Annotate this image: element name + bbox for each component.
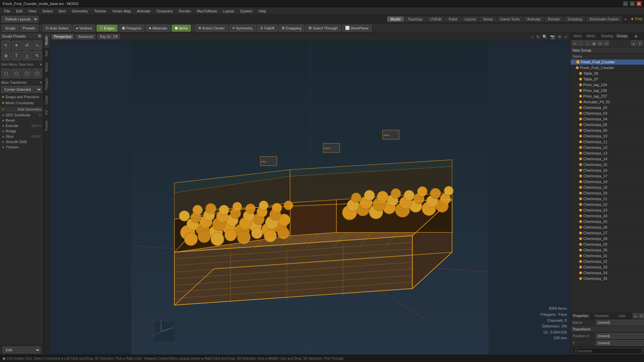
tab-render[interactable]: Render: [545, 16, 564, 22]
tool-pen[interactable]: ✎: [33, 51, 42, 60]
polygons-button[interactable]: ▣ Polygons: [119, 25, 144, 32]
menu-texture[interactable]: Texture: [92, 8, 109, 14]
menu-maxtomodo[interactable]: MaxToModo: [194, 8, 220, 14]
tab-layout[interactable]: Layout: [461, 16, 479, 22]
side-tab-curve[interactable]: Curve: [44, 93, 50, 107]
menu-animate[interactable]: Animate: [134, 8, 153, 14]
item-menu-dropdown[interactable]: ▾: [40, 62, 42, 67]
side-tab-uv[interactable]: UV: [44, 107, 50, 118]
tool-transform[interactable]: T: [12, 51, 21, 60]
tree-item[interactable]: Cherimoya_31: [571, 253, 644, 259]
props-tab-lists[interactable]: Lists: [612, 313, 633, 319]
menu-item[interactable]: Item: [56, 8, 68, 14]
tree-item[interactable]: Cherimoya_13: [571, 150, 644, 156]
tool-move[interactable]: ✦: [12, 41, 21, 50]
tree-item[interactable]: Cherimoya_32: [571, 259, 644, 264]
auto-select-button[interactable]: ⊡ Auto Select: [43, 25, 71, 32]
settings-icon[interactable]: ⚙: [38, 34, 41, 38]
tab-model[interactable]: Model: [387, 16, 404, 22]
mesh-constraints-item[interactable]: Mesh Constraints: [0, 100, 43, 106]
tool-b4[interactable]: ⬡: [33, 69, 42, 78]
rp-icon-1[interactable]: ●: [572, 41, 577, 46]
transforms-expand-icon[interactable]: ▾: [40, 80, 42, 85]
tool-snap[interactable]: ⊕: [1, 51, 11, 60]
side-tab-fusion[interactable]: Fusion: [44, 118, 50, 133]
tree-item[interactable]: Table_07: [571, 76, 644, 82]
center-selected-dropdown[interactable]: Center Selected: [1, 86, 42, 93]
tree-item[interactable]: Cherimoya_22: [571, 202, 644, 207]
falloff-button[interactable]: ◎ Falloff: [257, 25, 277, 32]
tree-item[interactable]: Cherimoya_21: [571, 196, 644, 202]
symmetry-button[interactable]: ⇔ Symmetry: [229, 25, 256, 32]
tree-item[interactable]: Cherimoya_28: [571, 236, 644, 242]
side-tab-polygon[interactable]: Polygon: [44, 75, 50, 93]
rp-icon-r2[interactable]: ▼: [637, 41, 643, 46]
tree-item[interactable]: Cherimoya_27: [571, 230, 644, 236]
side-tab-model[interactable]: Model: [44, 33, 50, 48]
thicken-item[interactable]: ● Thicken: [0, 144, 43, 150]
extrude-item[interactable]: ● Extrude Shift-X: [0, 123, 43, 128]
props-icon-2[interactable]: ⊞: [639, 313, 644, 318]
materials-button[interactable]: ◈ Materials: [146, 25, 170, 32]
props-icon-1[interactable]: ▲: [633, 313, 638, 318]
tree-item[interactable]: Fresh_Fruit_Counter: [571, 65, 644, 71]
tool-b3[interactable]: ⬡: [22, 69, 32, 78]
tree-item[interactable]: Cherimoya_02: [571, 105, 644, 111]
tree-item[interactable]: Cherimoya_25: [571, 219, 644, 225]
tab-setup[interactable]: Setup: [480, 16, 496, 22]
tree-item[interactable]: Cherimoya_29: [571, 242, 644, 247]
right-tab-groups[interactable]: Groups: [615, 33, 629, 39]
viewport[interactable]: Perspective Advanced Ray GL: Off ⌂ ↻ 🔍 📷…: [50, 33, 570, 355]
tool-scale[interactable]: ⤡: [33, 41, 42, 50]
select-through-button[interactable]: ⊠ Select Through: [306, 25, 340, 32]
menu-file[interactable]: File: [1, 8, 13, 14]
tree-item[interactable]: Table_06: [571, 71, 644, 76]
add-geometry-header[interactable]: + Add Geometry: [0, 106, 43, 112]
tree-item[interactable]: ▶ Fresh_Fruit_Counter: [571, 59, 644, 65]
tree-item[interactable]: Price_tag_236: [571, 88, 644, 94]
tree-item[interactable]: Cherimoya_35: [571, 276, 644, 282]
maximize-button[interactable]: □: [630, 1, 635, 6]
tree-item[interactable]: Price_tag_237: [571, 94, 644, 99]
tool-b1[interactable]: ⬡: [1, 69, 11, 78]
tree-item[interactable]: Avocado_Pit_01: [571, 99, 644, 105]
side-tab-tool[interactable]: Tool: [44, 48, 50, 59]
tool-b2[interactable]: ⬡: [12, 69, 21, 78]
tool-select[interactable]: ↖: [1, 41, 11, 50]
rp-icon-2[interactable]: ○: [578, 41, 584, 46]
viewport-zoom-icon[interactable]: 🔍: [542, 34, 548, 40]
tree-item[interactable]: Cherimoya_03: [571, 111, 644, 116]
perspective-button[interactable]: Perspective: [52, 34, 74, 39]
items-button[interactable]: ◼ Items: [172, 25, 191, 32]
close-button[interactable]: ✕: [637, 1, 641, 6]
tab-animate[interactable]: Animate: [524, 16, 544, 22]
tree-item[interactable]: Cherimoya_19: [571, 185, 644, 190]
presets-button[interactable]: Presets: [20, 25, 38, 32]
menu-help[interactable]: Help: [256, 8, 269, 14]
workplane-button[interactable]: ⬜ WorkPlane: [342, 25, 372, 32]
tab-game-tools[interactable]: Game Tools: [497, 16, 523, 22]
tree-item[interactable]: Cherimoya_11: [571, 139, 644, 145]
sculpt-button[interactable]: Sculpt: [2, 25, 18, 32]
viewport-expand-icon[interactable]: ⤢: [564, 34, 568, 40]
only-toggle[interactable]: ★ Only: [631, 17, 643, 21]
tab-schematic[interactable]: Schematic Fusion: [586, 16, 622, 22]
menu-dynamics[interactable]: Dynamics: [154, 8, 175, 14]
tree-item[interactable]: Cherimoya_14: [571, 156, 644, 162]
right-tab-items[interactable]: Items: [571, 33, 585, 39]
right-tab-shading[interactable]: Shading: [600, 33, 615, 39]
tool-push[interactable]: △: [22, 51, 32, 60]
rp-icon-r1[interactable]: ▲: [631, 41, 636, 46]
layout-selector[interactable]: Default Layouts: [1, 16, 39, 22]
side-tab-vertex[interactable]: Vertex: [44, 60, 50, 75]
menu-geometry[interactable]: Geometry: [69, 8, 91, 14]
tree-item[interactable]: Cherimoya_30: [571, 247, 644, 253]
tree-item[interactable]: Cherimoya_05: [571, 122, 644, 128]
smooth-shift-item[interactable]: ● Smooth Shift: [0, 139, 43, 144]
tab-topology[interactable]: Topology: [405, 16, 426, 22]
vertices-button[interactable]: ● Vertices: [73, 25, 95, 32]
tab-paint[interactable]: Paint: [445, 16, 461, 22]
position-x-input[interactable]: [596, 333, 644, 339]
rp-icon-6[interactable]: ⊟: [604, 41, 609, 46]
tree-item[interactable]: Cherimoya_34: [571, 270, 644, 276]
